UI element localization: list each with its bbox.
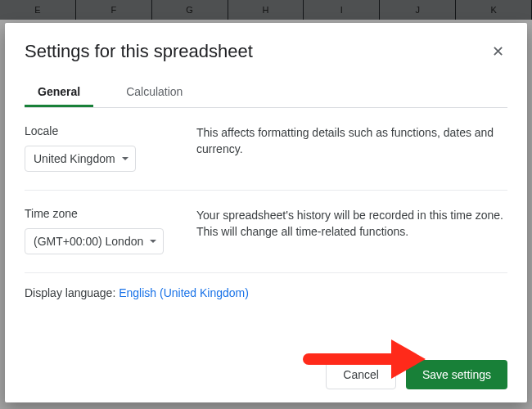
tab-general[interactable]: General <box>25 77 93 107</box>
language-prefix: Display language: <box>25 286 119 299</box>
timezone-label: Time zone <box>25 207 196 220</box>
timezone-dropdown[interactable]: (GMT+00:00) London <box>25 228 164 254</box>
section-locale: Locale United Kingdom This affects forma… <box>25 108 507 191</box>
tab-calculation[interactable]: Calculation <box>113 77 196 107</box>
locale-dropdown[interactable]: United Kingdom <box>25 146 136 172</box>
locale-description: This affects formatting details such as … <box>196 124 507 172</box>
settings-dialog: Settings for this spreadsheet ✕ General … <box>5 23 527 402</box>
locale-dropdown-value: United Kingdom <box>34 152 115 165</box>
cancel-button[interactable]: Cancel <box>326 360 396 389</box>
language-link[interactable]: English (United Kingdom) <box>119 286 249 299</box>
close-icon[interactable]: ✕ <box>489 41 507 62</box>
dialog-footer: Cancel Save settings <box>25 352 507 389</box>
timezone-dropdown-value: (GMT+00:00) London <box>34 235 143 248</box>
tab-bar: General Calculation <box>25 77 507 108</box>
save-settings-button[interactable]: Save settings <box>406 360 507 389</box>
chevron-down-icon <box>150 240 156 243</box>
chevron-down-icon <box>122 157 128 160</box>
section-language: Display language: English (United Kingdo… <box>25 273 507 308</box>
timezone-description: Your spreadsheet's history will be recor… <box>196 207 507 254</box>
locale-label: Locale <box>25 124 196 137</box>
dialog-title: Settings for this spreadsheet <box>25 41 253 62</box>
section-timezone: Time zone (GMT+00:00) London Your spread… <box>25 191 507 273</box>
